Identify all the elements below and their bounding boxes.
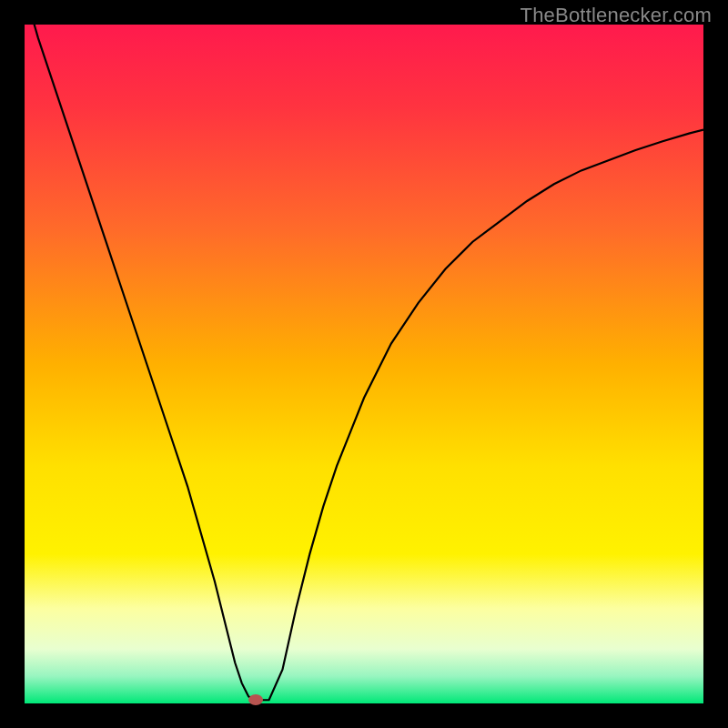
watermark-text: TheBottlenecker.com (521, 4, 712, 27)
chart-frame (25, 25, 703, 703)
bottleneck-curve (25, 25, 703, 703)
optimal-point-marker (248, 694, 263, 705)
